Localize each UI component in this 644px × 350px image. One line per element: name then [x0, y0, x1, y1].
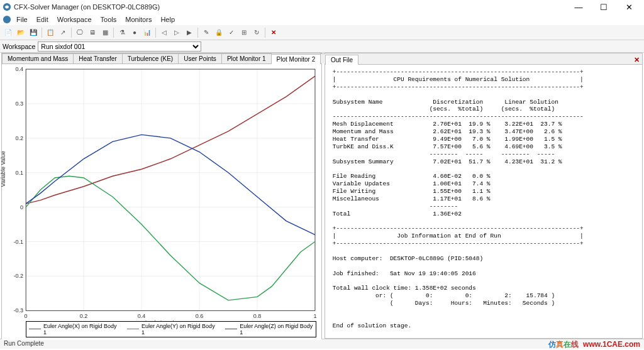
- separator: [265, 28, 265, 38]
- watermark: 仿真在线 www.1CAE.com: [548, 339, 640, 350]
- tab-userpoints[interactable]: User Points: [178, 53, 222, 63]
- monitors-icon[interactable]: 🖥: [87, 27, 98, 38]
- check-icon[interactable]: ✓: [226, 27, 237, 38]
- svg-text:0: 0: [25, 313, 28, 319]
- menu-monitors[interactable]: Monitors: [121, 15, 155, 24]
- workspace-label: Workspace: [3, 43, 35, 50]
- workspace-bar: Workspace Run sixdof 001: [0, 40, 644, 53]
- separator: [155, 28, 156, 38]
- svg-text:-0.1: -0.1: [14, 239, 24, 245]
- lock-icon[interactable]: 🔒: [213, 27, 225, 38]
- menu-file[interactable]: File: [13, 15, 31, 24]
- open-icon[interactable]: 📂: [15, 27, 26, 38]
- tab-outfile[interactable]: Out File: [325, 55, 358, 65]
- legend-item: Euler Angle(Y) on Rigid Body 1: [127, 323, 215, 336]
- tab-plot1[interactable]: Plot Monitor 1: [221, 53, 272, 63]
- tab-momentum[interactable]: Momentum and Mass: [2, 53, 74, 63]
- separator: [113, 28, 114, 38]
- svg-text:0.4: 0.4: [138, 313, 146, 319]
- save-icon[interactable]: 💾: [28, 27, 39, 38]
- tab-turbulence[interactable]: Turbulence (KE): [122, 53, 179, 63]
- output-text[interactable]: +---------------------------------------…: [325, 65, 642, 338]
- window-title: CFX-Solver Manager (on DESKTOP-0LC889G): [14, 3, 566, 11]
- line-chart: -0.3-0.2-0.100.10.20.30.400.20.40.60.81: [2, 64, 321, 340]
- statusbar: Run Complete: [0, 339, 644, 349]
- svg-text:0.3: 0.3: [16, 101, 24, 107]
- menubar: File Edit Workspace Tools Monitors Help: [0, 14, 644, 25]
- menu-workspace[interactable]: Workspace: [53, 15, 96, 24]
- chart-icon[interactable]: 📊: [142, 27, 153, 38]
- content-area: Momentum and Mass Heat Transfer Turbulen…: [0, 53, 644, 339]
- svg-text:0.6: 0.6: [196, 313, 204, 319]
- copy-icon[interactable]: 📋: [45, 27, 56, 38]
- refresh-icon[interactable]: ↻: [251, 27, 262, 38]
- tab-heat[interactable]: Heat Transfer: [73, 53, 123, 63]
- titlebar: CFX-Solver Manager (on DESKTOP-0LC889G) …: [0, 0, 644, 14]
- filter-icon[interactable]: ⚗: [116, 27, 128, 38]
- chart-panel: Momentum and Mass Heat Transfer Turbulen…: [1, 53, 322, 339]
- svg-text:0.1: 0.1: [16, 170, 24, 176]
- window-controls: — ☐ ✕: [566, 0, 641, 14]
- menu-help[interactable]: Help: [157, 15, 179, 24]
- app-icon: [3, 15, 11, 24]
- legend-item: Euler Angle(Z) on Rigid Body 1: [225, 323, 313, 336]
- new-icon[interactable]: 📄: [3, 27, 14, 38]
- svg-point-1: [3, 16, 11, 23]
- layout-icon[interactable]: ▦: [99, 27, 111, 38]
- separator: [197, 28, 198, 38]
- monitor-icon[interactable]: 🖵: [74, 27, 86, 38]
- status-text: Run Complete: [4, 340, 44, 347]
- maximize-button[interactable]: ☐: [591, 0, 616, 14]
- toolbar: 📄 📂 💾 📋 ↗ 🖵 🖥 ▦ ⚗ ● 📊 ◁ ▷ ▶ ✎ 🔒 ✓ ⊞ ↻ ✕: [0, 25, 644, 40]
- grid-icon[interactable]: ⊞: [238, 27, 250, 38]
- separator: [71, 28, 72, 38]
- separator: [42, 28, 42, 38]
- menu-edit[interactable]: Edit: [33, 15, 52, 24]
- output-panel: Out File ✕ +----------------------------…: [325, 53, 643, 339]
- svg-text:0.8: 0.8: [253, 313, 262, 319]
- svg-text:0: 0: [20, 204, 23, 211]
- chart-area[interactable]: -0.3-0.2-0.100.10.20.30.400.20.40.60.81 …: [2, 64, 321, 340]
- svg-text:0.4: 0.4: [16, 66, 24, 72]
- stop-icon[interactable]: ✕: [268, 27, 279, 38]
- chart-tabs: Momentum and Mass Heat Transfer Turbulen…: [2, 53, 321, 64]
- svg-text:-0.3: -0.3: [14, 307, 24, 314]
- svg-text:-0.2: -0.2: [14, 273, 24, 279]
- y-axis-label: Variable Value: [0, 151, 6, 187]
- play-icon[interactable]: ▷: [171, 27, 182, 38]
- edit-icon[interactable]: ✎: [201, 27, 212, 38]
- legend-item: Euler Angle(X) on Rigid Body 1: [29, 323, 117, 336]
- output-tabs: Out File ✕: [325, 53, 642, 65]
- next-icon[interactable]: ▶: [184, 27, 195, 38]
- close-button[interactable]: ✕: [616, 0, 641, 14]
- prev-icon[interactable]: ◁: [158, 27, 170, 38]
- app-icon: [3, 3, 11, 11]
- export-icon[interactable]: ↗: [57, 27, 69, 38]
- svg-text:0.2: 0.2: [80, 313, 88, 319]
- svg-text:0.2: 0.2: [16, 135, 24, 141]
- menu-tools[interactable]: Tools: [97, 15, 121, 24]
- minimize-button[interactable]: —: [566, 0, 591, 14]
- record-icon[interactable]: ●: [129, 27, 140, 38]
- svg-text:1: 1: [313, 313, 316, 319]
- chart-legend: Euler Angle(X) on Rigid Body 1 Euler Ang…: [26, 321, 316, 337]
- workspace-select[interactable]: Run sixdof 001: [38, 41, 201, 52]
- close-panel-icon[interactable]: ✕: [634, 56, 640, 64]
- tab-plot2[interactable]: Plot Monitor 2: [271, 54, 321, 64]
